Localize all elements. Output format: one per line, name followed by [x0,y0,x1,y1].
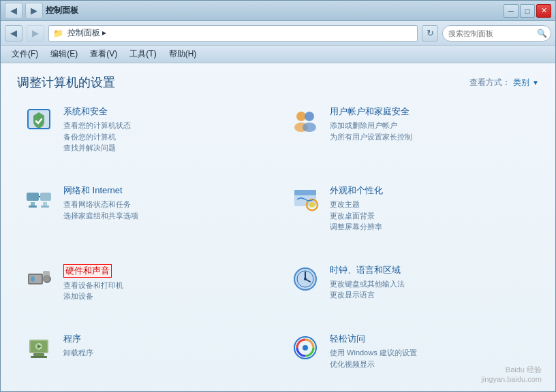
search-icon: 🔍 [537,29,547,38]
back-button[interactable]: ◀ [5,3,22,19]
hardware-sound-icon [22,263,55,295]
window-title: 控制面板 [46,5,78,16]
svg-rect-21 [43,271,50,282]
category-appearance[interactable]: 外观和个性化 更改主题 更改桌面背景 调整屏幕分辨率 [278,175,544,254]
system-security-sub2: 备份您的计算机 [63,131,267,143]
svg-rect-29 [33,353,44,356]
appearance-sub1: 更改主题 [330,199,534,210]
category-programs[interactable]: 程序 卸载程序 [12,323,278,391]
network-sub1: 查看网络状态和任务 [63,199,267,210]
svg-point-26 [304,278,307,280]
accessibility-text: 轻松访问 使用 Windows 建议的设置 优化视频显示 [330,331,534,370]
back-nav-button[interactable]: ◀ [5,25,22,42]
svg-rect-14 [294,190,316,195]
content-header: 调整计算机的设置 查看方式： 类别 ▼ [1,63,555,96]
view-options: 查看方式： 类别 ▼ [469,77,539,88]
svg-point-2 [296,112,306,121]
network-text: 网络和 Internet 查看网络状态和任务 选择家庭组和共享选项 [63,183,267,221]
network-title[interactable]: 网络和 Internet [63,184,267,197]
user-accounts-title[interactable]: 用户帐户和家庭安全 [330,105,534,118]
appearance-text: 外观和个性化 更改主题 更改桌面背景 调整屏幕分辨率 [330,183,534,233]
menu-tools[interactable]: 工具(T) [124,47,161,61]
svg-rect-9 [31,202,35,206]
svg-rect-30 [31,356,47,358]
svg-point-3 [305,112,314,121]
user-accounts-sub2: 为所有用户设置家长控制 [330,131,534,143]
title-bar: ◀ ▶ 控制面板 ─ □ ✕ [1,1,555,21]
appearance-sub3: 调整屏幕分辨率 [330,221,534,233]
appearance-icon [289,183,322,216]
category-system-security[interactable]: 系统和安全 查看您的计算机状态 备份您的计算机 查找并解决问题 [12,96,278,175]
user-accounts-sub1: 添加或删除用户帐户 [330,120,534,131]
watermark: Baidu 经验 jingyan.baidu.com [481,365,542,383]
svg-point-16 [309,202,315,208]
menu-view[interactable]: 查看(V) [84,47,123,61]
menu-edit[interactable]: 编辑(E) [45,47,83,61]
watermark-line2: jingyan.baidu.com [481,375,542,383]
menu-help[interactable]: 帮助(H) [164,47,202,61]
page-title: 调整计算机的设置 [17,74,115,91]
watermark-line1: Baidu 经验 [481,365,542,375]
svg-rect-6 [27,193,39,201]
clock-language-sub1: 更改键盘或其他输入法 [330,278,534,290]
svg-rect-11 [43,202,47,206]
hardware-sound-text: 硬件和声音 查看设备和打印机 添加设备 [63,263,267,302]
svg-rect-10 [29,206,37,208]
category-user-accounts[interactable]: 用户帐户和家庭安全 添加或删除用户帐户 为所有用户设置家长控制 [278,96,544,175]
forward-nav-button[interactable]: ▶ [27,25,44,42]
programs-sub1: 卸载程序 [63,347,267,359]
address-bar: ◀ ▶ 📁 控制面板 ▸ ↻ 🔍 [1,21,555,46]
system-security-sub1: 查看您的计算机状态 [63,120,267,131]
network-sub2: 选择家庭组和共享选项 [63,210,267,222]
minimize-button[interactable]: ─ [504,4,519,18]
appearance-title[interactable]: 外观和个性化 [330,184,534,197]
system-security-text: 系统和安全 查看您的计算机状态 备份您的计算机 查找并解决问题 [63,104,267,154]
clock-language-text: 时钟、语言和区域 更改键盘或其他输入法 更改显示语言 [330,263,534,301]
menu-bar: 文件(F) 编辑(E) 查看(V) 工具(T) 帮助(H) [1,46,555,63]
clock-language-sub2: 更改显示语言 [330,289,534,301]
search-input[interactable] [448,29,537,37]
category-clock-language[interactable]: 时钟、语言和区域 更改键盘或其他输入法 更改显示语言 [278,255,544,324]
system-security-title[interactable]: 系统和安全 [63,105,267,118]
accessibility-title[interactable]: 轻松访问 [330,333,534,345]
clock-language-title[interactable]: 时钟、语言和区域 [330,264,534,276]
view-label: 查看方式： [469,77,510,88]
accessibility-sub1: 使用 Windows 建议的设置 [330,347,534,359]
system-security-icon [22,104,55,137]
programs-text: 程序 卸载程序 [63,331,267,359]
hardware-sound-sub2: 添加设备 [63,291,267,302]
search-box[interactable]: 🔍 [442,25,551,42]
menu-file[interactable]: 文件(F) [6,47,44,61]
main-window: ◀ ▶ 控制面板 ─ □ ✕ ◀ ▶ 📁 控制面板 ▸ ↻ 🔍 文件(F) 编辑… [0,0,556,392]
hardware-sound-sub1: 查看设备和打印机 [63,280,267,291]
category-grid: 系统和安全 查看您的计算机状态 备份您的计算机 查找并解决问题 [1,96,555,391]
clock-language-icon [289,263,322,295]
category-hardware-sound[interactable]: 硬件和声音 查看设备和打印机 添加设备 [12,255,278,324]
path-text: 控制面板 ▸ [67,27,106,39]
window-controls: ─ □ ✕ [504,4,551,18]
user-accounts-icon [289,104,322,137]
chevron-down-icon[interactable]: ▼ [532,79,539,86]
maximize-button[interactable]: □ [520,4,535,18]
forward-button[interactable]: ▶ [25,3,43,19]
svg-point-34 [303,345,308,350]
programs-title[interactable]: 程序 [63,333,267,345]
user-accounts-text: 用户帐户和家庭安全 添加或删除用户帐户 为所有用户设置家长控制 [330,104,534,142]
svg-point-20 [31,276,35,282]
svg-rect-12 [41,206,49,208]
svg-point-5 [303,122,316,132]
refresh-button[interactable]: ↻ [422,25,438,42]
view-type[interactable]: 类别 [513,77,529,88]
programs-icon [22,331,55,364]
category-network[interactable]: 网络和 Internet 查看网络状态和任务 选择家庭组和共享选项 [12,175,278,254]
address-path[interactable]: 📁 控制面板 ▸ [48,25,418,42]
hardware-sound-title[interactable]: 硬件和声音 [63,264,112,278]
accessibility-icon [289,331,322,364]
content-wrapper: 系统和安全 查看您的计算机状态 备份您的计算机 查找并解决问题 [1,96,555,391]
content-area: 调整计算机的设置 查看方式： 类别 ▼ [1,63,555,391]
folder-icon: 📁 [53,29,63,38]
system-security-sub3: 查找并解决问题 [63,142,267,154]
network-icon [22,183,55,216]
close-button[interactable]: ✕ [536,4,551,18]
svg-rect-7 [40,193,51,201]
